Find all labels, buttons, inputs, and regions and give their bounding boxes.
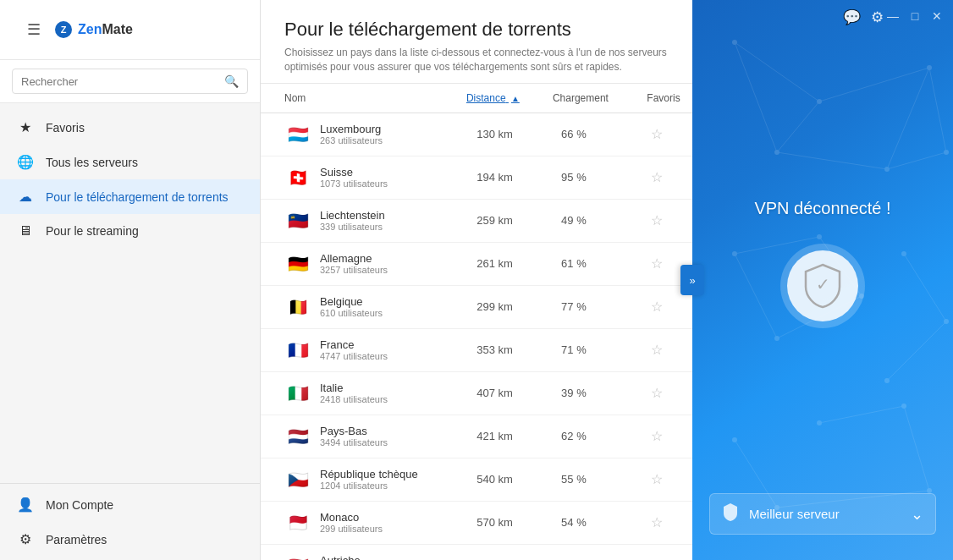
favorite-button[interactable]: ☆ (651, 514, 663, 530)
favorite-cell: ☆ (621, 328, 692, 371)
favorite-button[interactable]: ☆ (651, 471, 663, 487)
favorite-button[interactable]: ☆ (651, 342, 663, 358)
favorite-button[interactable]: ☆ (651, 385, 663, 401)
shield-svg: ✓ (802, 263, 843, 309)
table-row[interactable]: 🇱🇺 Luxembourg 263 utilisateurs 130 km 66… (261, 113, 692, 156)
sidebar-footer: 👤 Mon Compte ⚙ Paramètres (0, 483, 260, 560)
sidebar-item-favorites[interactable]: ★ Favoris (0, 110, 260, 145)
svg-line-2 (735, 42, 819, 102)
country-name: Autriche (320, 554, 388, 560)
load-cell: 71 % (526, 328, 621, 371)
country-users: 1204 utilisateurs (320, 480, 418, 491)
favorite-button[interactable]: ☆ (651, 428, 663, 444)
hamburger-button[interactable]: ☰ (14, 12, 54, 47)
settings-icon-button[interactable]: ⚙ (871, 8, 884, 26)
country-name: Monaco (320, 511, 383, 524)
server-table-body: 🇱🇺 Luxembourg 263 utilisateurs 130 km 66… (261, 113, 692, 560)
col-distance[interactable]: Distance ▲ (438, 84, 526, 113)
connect-bar[interactable]: Meilleur serveur ⌄ (709, 493, 936, 535)
country-cell: 🇨🇭 Suisse 1073 utilisateurs (261, 156, 438, 199)
flag-icon: 🇱🇺 (284, 121, 311, 148)
svg-line-15 (887, 321, 946, 381)
table-header: Nom Distance ▲ Chargement Favoris (261, 84, 692, 113)
flag-icon: 🇨🇿 (284, 466, 311, 493)
minimize-button[interactable]: — (884, 7, 902, 25)
connect-bar-label: Meilleur serveur (749, 507, 911, 521)
country-cell: 🇲🇨 Monaco 299 utilisateurs (261, 501, 438, 544)
chevron-down-icon: ⌄ (911, 505, 923, 524)
favorite-button[interactable]: ☆ (651, 299, 663, 315)
table-row[interactable]: 🇮🇹 Italie 2418 utilisateurs 407 km 39 % … (261, 371, 692, 415)
country-cell: 🇨🇿 République tchèque 1204 utilisateurs (261, 458, 438, 501)
load-cell: 95 % (526, 156, 621, 199)
country-users: 4747 utilisateurs (320, 351, 388, 361)
footer-item-account[interactable]: 👤 Mon Compte (0, 487, 260, 522)
table-row[interactable]: 🇨🇿 République tchèque 1204 utilisateurs … (261, 458, 692, 501)
col-name: Nom (261, 84, 438, 113)
shield-circle: ✓ (780, 244, 865, 328)
sidebar-item-all-servers[interactable]: 🌐 Tous les serveurs (0, 145, 260, 179)
svg-line-5 (777, 152, 887, 169)
search-box: 🔍 (12, 69, 248, 94)
flag-icon: 🇲🇨 (284, 509, 311, 536)
country-name: Suisse (320, 166, 388, 178)
favorite-button[interactable]: ☆ (651, 169, 663, 185)
favorite-cell: ☆ (621, 544, 692, 560)
svg-line-9 (887, 152, 946, 169)
sidebar-item-label: Pour le téléchargement de torrents (46, 190, 229, 204)
user-icon: 👤 (17, 497, 34, 513)
shield-icon: ✓ (787, 250, 858, 321)
table-row[interactable]: 🇨🇭 Suisse 1073 utilisateurs 194 km 95 % … (261, 156, 692, 199)
footer-item-settings[interactable]: ⚙ Paramètres (0, 522, 260, 557)
table-row[interactable]: 🇩🇪 Allemagne 3257 utilisateurs 261 km 61… (261, 242, 692, 285)
svg-line-14 (904, 254, 946, 321)
svg-point-20 (732, 40, 737, 45)
table-row[interactable]: 🇫🇷 France 4747 utilisateurs 353 km 71 % … (261, 328, 692, 371)
search-input[interactable] (21, 75, 224, 88)
sidebar-item-streaming[interactable]: 🖥 Pour le streaming (0, 214, 260, 248)
svg-point-25 (944, 150, 949, 155)
search-button[interactable]: 🔍 (224, 74, 239, 88)
country-users: 1073 utilisateurs (320, 178, 388, 189)
svg-point-34 (901, 404, 906, 409)
sidebar-item-torrents[interactable]: ☁ Pour le téléchargement de torrents (0, 179, 260, 214)
distance-cell: 407 km (438, 371, 526, 415)
zenmate-logo-icon: Z (54, 20, 73, 39)
distance-cell: 130 km (438, 113, 526, 156)
favorite-button[interactable]: ☆ (651, 126, 663, 142)
table-row[interactable]: 🇳🇱 Pays-Bas 3494 utilisateurs 421 km 62 … (261, 415, 692, 458)
maximize-button[interactable]: □ (906, 7, 924, 25)
table-row[interactable]: 🇧🇪 Belgique 610 utilisateurs 299 km 77 %… (261, 285, 692, 328)
favorite-cell: ☆ (621, 458, 692, 501)
table-row[interactable]: 🇲🇨 Monaco 299 utilisateurs 570 km 54 % ☆ (261, 501, 692, 544)
server-table-container[interactable]: Nom Distance ▲ Chargement Favoris 🇱🇺 Lux… (261, 84, 692, 560)
table-row[interactable]: 🇦🇹 Autriche 3033 utilisateurs 679 km 44 … (261, 544, 692, 560)
country-users: 610 utilisateurs (320, 308, 383, 318)
svg-point-23 (884, 167, 890, 172)
close-button[interactable]: ✕ (928, 7, 946, 25)
sort-arrow-icon: ▲ (511, 94, 520, 103)
favorite-cell: ☆ (621, 156, 692, 199)
distance-cell: 194 km (438, 156, 526, 199)
table-row[interactable]: 🇱🇮 Liechtenstein 339 utilisateurs 259 km… (261, 199, 692, 242)
country-name: France (320, 338, 388, 351)
monitor-icon: 🖥 (17, 223, 34, 239)
favorite-cell: ☆ (621, 371, 692, 415)
distance-cell: 353 km (438, 328, 526, 371)
flag-icon: 🇮🇹 (284, 380, 311, 407)
window-controls: — □ ✕ (884, 7, 946, 25)
svg-point-21 (817, 99, 822, 104)
country-users: 3494 utilisateurs (320, 437, 388, 447)
load-cell: 54 % (526, 501, 621, 544)
svg-text:Z: Z (61, 25, 67, 35)
favorite-button[interactable]: ☆ (651, 255, 663, 272)
expand-panel-button[interactable]: » (680, 265, 704, 295)
chat-icon-button[interactable]: 💬 (843, 8, 861, 26)
svg-point-22 (927, 65, 932, 70)
right-panel: — □ ✕ 💬 ⚙ » VPN déconnecté ! ✓ Meilleur … (692, 0, 953, 560)
load-cell: 44 % (526, 544, 621, 560)
vpn-status-text: VPN déconnecté ! (754, 199, 890, 218)
svg-point-24 (774, 150, 779, 155)
country-name: Liechtenstein (320, 209, 385, 222)
favorite-button[interactable]: ☆ (651, 212, 663, 228)
